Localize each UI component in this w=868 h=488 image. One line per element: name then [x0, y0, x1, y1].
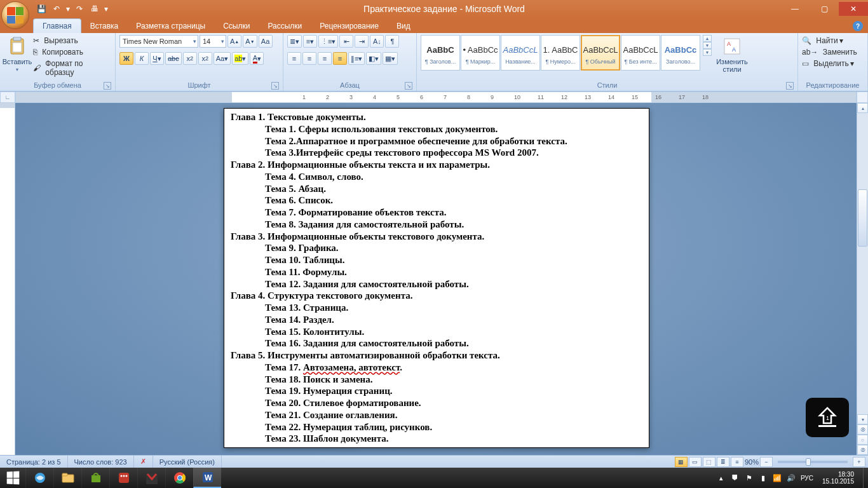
font-size-combo[interactable]: 14 — [200, 35, 226, 48]
style-item-1[interactable]: • AaBbCc¶ Маркир... — [461, 35, 500, 71]
tray-network-icon[interactable]: 📶 — [773, 473, 782, 482]
maximize-button[interactable]: ▢ — [810, 2, 839, 16]
ruler-toggle[interactable] — [857, 92, 868, 103]
change-styles-button[interactable]: AA Изменить стили — [714, 35, 750, 74]
style-item-6[interactable]: AaBbCcЗаголово... — [661, 35, 700, 71]
decrease-indent-button[interactable]: ⇤ — [339, 35, 353, 48]
grow-font-button[interactable]: A▲ — [227, 35, 241, 48]
tray-battery-icon[interactable]: ▮ — [759, 473, 768, 482]
cut-button[interactable]: ✂ Вырезать — [33, 36, 111, 45]
italic-button[interactable]: К — [135, 52, 149, 65]
view-print-layout[interactable]: ▦ — [675, 457, 688, 467]
strikethrough-button[interactable]: abc — [165, 52, 182, 65]
tray-language[interactable]: РУС — [801, 475, 813, 482]
sort-button[interactable]: A↓ — [370, 35, 384, 48]
document-text[interactable]: Глава 1. Текстовые документы.Тема 1. Сфе… — [224, 108, 649, 448]
start-button[interactable] — [0, 468, 25, 488]
document-viewport[interactable]: Глава 1. Текстовые документы.Тема 1. Сфе… — [15, 103, 857, 455]
tray-chevron-icon[interactable]: ▴ — [717, 473, 726, 482]
taskbar-word[interactable]: W — [193, 468, 221, 488]
shrink-font-button[interactable]: A▼ — [243, 35, 257, 48]
show-desktop-button[interactable] — [863, 468, 867, 488]
font-dialog-launcher[interactable]: ↘ — [271, 82, 279, 90]
quick-print-icon[interactable]: 🖶 — [89, 3, 100, 15]
tray-shield-icon[interactable]: ⛊ — [731, 473, 740, 482]
zoom-out-button[interactable]: − — [760, 457, 773, 467]
style-item-0[interactable]: AaBbC¶ Заголов... — [421, 35, 460, 71]
numbering-button[interactable]: ≡▾ — [303, 35, 317, 48]
borders-button[interactable]: ▦▾ — [383, 52, 398, 65]
tab-review[interactable]: Рецензирование — [311, 19, 388, 33]
change-case-button[interactable]: Aa▾ — [214, 52, 231, 65]
tab-mailings[interactable]: Рассылки — [259, 19, 311, 33]
scroll-thumb[interactable] — [858, 189, 867, 247]
select-button[interactable]: ▭ Выделить▾ — [802, 59, 854, 68]
minimize-button[interactable]: — — [780, 2, 810, 16]
subscript-button[interactable]: x2 — [183, 52, 197, 65]
zoom-level[interactable]: 90% — [745, 458, 759, 466]
shading-button[interactable]: ◧▾ — [366, 52, 381, 65]
view-draft[interactable]: ≡ — [731, 457, 743, 467]
clear-formatting-button[interactable]: Aa — [259, 35, 273, 48]
prev-page-button[interactable]: ⦿ — [857, 424, 868, 435]
scroll-up-button[interactable]: ▴ — [857, 103, 868, 113]
view-full-screen[interactable]: ▭ — [689, 457, 702, 467]
zoom-slider[interactable] — [778, 461, 848, 463]
styles-dialog-launcher[interactable]: ↘ — [786, 82, 794, 90]
next-page-button[interactable]: ⦿ — [857, 445, 868, 455]
align-left-button[interactable]: ≡ — [287, 52, 301, 65]
help-icon[interactable]: ? — [853, 21, 863, 31]
style-item-4[interactable]: AaBbCcL¶ Обычный — [581, 35, 620, 71]
highlight-button[interactable]: ab▾ — [232, 52, 248, 65]
taskbar-app-red[interactable] — [109, 468, 137, 488]
taskbar-store[interactable] — [81, 468, 109, 488]
upload-overlay-icon[interactable]: 1 — [806, 398, 849, 437]
scroll-track[interactable] — [857, 113, 868, 414]
find-button[interactable]: 🔍 Найти▾ — [802, 36, 843, 45]
increase-indent-button[interactable]: ⇥ — [355, 35, 369, 48]
horizontal-ruler[interactable]: 123456789101112131415161718 — [15, 92, 857, 103]
zoom-in-button[interactable]: + — [853, 457, 865, 467]
taskbar-ie[interactable] — [25, 468, 53, 488]
style-item-2[interactable]: AaBbCcLНазвание... — [501, 35, 540, 71]
document-page[interactable]: Глава 1. Текстовые документы.Тема 1. Сфе… — [224, 108, 649, 448]
status-language[interactable]: Русский (Россия) — [153, 456, 222, 468]
status-page[interactable]: Страница: 2 из 5 — [0, 456, 68, 468]
font-name-combo[interactable]: Times New Roman — [119, 35, 198, 48]
align-center-button[interactable]: ≡ — [302, 52, 316, 65]
status-word-count[interactable]: Число слов: 923 — [68, 456, 134, 468]
tab-page-layout[interactable]: Разметка страницы — [127, 19, 214, 33]
superscript-button[interactable]: x2 — [198, 52, 212, 65]
replace-button[interactable]: ab→ Заменить — [802, 48, 857, 57]
vertical-ruler[interactable] — [0, 103, 15, 455]
style-item-3[interactable]: 1. AaBbC¶ Нумеро... — [541, 35, 580, 71]
close-button[interactable]: ✕ — [839, 2, 868, 16]
undo-icon[interactable]: ↶ — [51, 3, 62, 15]
format-painter-button[interactable]: 🖌 Формат по образцу — [33, 59, 111, 77]
office-button[interactable] — [1, 1, 29, 29]
justify-button[interactable]: ≡ — [333, 52, 347, 65]
show-marks-button[interactable]: ¶ — [385, 35, 399, 48]
view-outline[interactable]: ≣ — [717, 457, 729, 467]
zoom-thumb[interactable] — [806, 458, 811, 466]
line-spacing-button[interactable]: ‖≡▾ — [348, 52, 365, 65]
bold-button[interactable]: Ж — [119, 52, 133, 65]
paragraph-dialog-launcher[interactable]: ↘ — [405, 82, 412, 90]
styles-gallery-scroll[interactable]: ▴▾▾ — [703, 35, 712, 56]
vertical-scrollbar[interactable]: ▴ ▾ ⦿ ○ ⦿ — [857, 103, 868, 455]
tab-view[interactable]: Вид — [388, 19, 419, 33]
align-right-button[interactable]: ≡ — [318, 52, 332, 65]
tray-flag-icon[interactable]: ⚑ — [745, 473, 754, 482]
copy-button[interactable]: ⎘ Копировать — [33, 48, 111, 57]
font-color-button[interactable]: A▾ — [250, 52, 264, 65]
status-proofing[interactable]: ✗ — [134, 456, 153, 468]
scroll-down-button[interactable]: ▾ — [857, 414, 868, 424]
underline-button[interactable]: Ч▾ — [150, 52, 164, 65]
tab-selector[interactable]: ∟ — [0, 92, 15, 103]
clipboard-dialog-launcher[interactable]: ↘ — [104, 82, 111, 90]
tab-home[interactable]: Главная — [33, 18, 81, 33]
taskbar-app-pdf[interactable] — [137, 468, 165, 488]
taskbar-chrome[interactable] — [165, 468, 193, 488]
tab-insert[interactable]: Вставка — [81, 19, 128, 33]
tray-volume-icon[interactable]: 🔊 — [787, 473, 796, 482]
